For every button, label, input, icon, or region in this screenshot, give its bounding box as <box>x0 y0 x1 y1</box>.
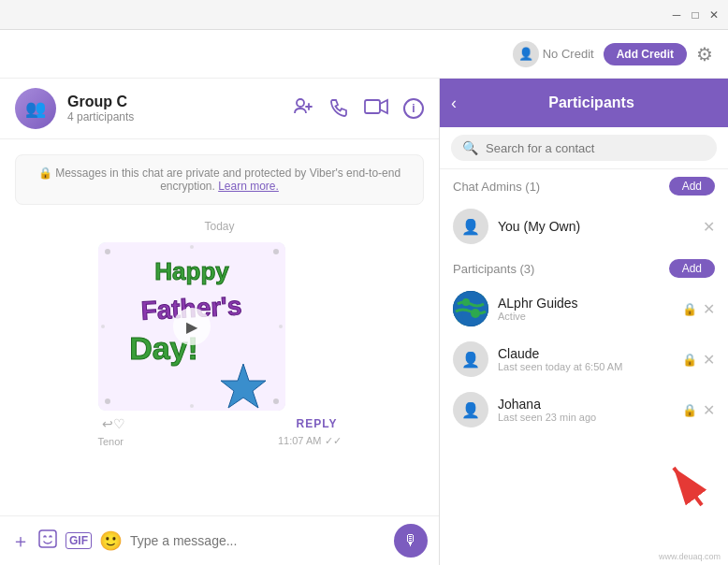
svg-point-9 <box>279 325 283 328</box>
mic-button[interactable]: 🎙 <box>394 524 428 558</box>
participant-avatar-claude: 👤 <box>453 341 488 377</box>
voice-call-button[interactable] <box>328 96 349 122</box>
credit-section: 👤 No Credit <box>513 41 594 67</box>
title-bar: ─ □ ✕ <box>0 0 728 30</box>
participants-title: Participants <box>466 94 717 111</box>
participant-info-alphr: ALphr Guides Active <box>498 296 673 322</box>
add-user-button[interactable] <box>293 96 313 122</box>
chat-admins-section-header: Chat Admins (1) Add <box>440 169 728 201</box>
participant-info-you: You (My Own) <box>498 219 693 234</box>
svg-point-7 <box>190 245 194 249</box>
share-button[interactable]: ↩ <box>102 416 113 431</box>
remove-claude-button[interactable]: ✕ <box>703 351 715 369</box>
svg-text:Happy: Happy <box>154 257 229 285</box>
lock-icon-alphr: 🔒 <box>682 302 697 316</box>
participant-info-johana: Johana Last seen 23 min ago <box>498 397 673 423</box>
remove-you-button[interactable]: ✕ <box>703 218 715 236</box>
chat-header: 👥 Group C 4 participants <box>0 79 439 139</box>
learn-more-link[interactable]: Learn more. <box>218 180 279 193</box>
emoji-button[interactable]: 🙂 <box>99 529 123 552</box>
sticker-image: Happy Father's Day! ▶ <box>98 242 285 411</box>
add-credit-button[interactable]: Add Credit <box>604 43 687 65</box>
sticker-message: Happy Father's Day! ▶ ↩ ♡ <box>98 242 342 447</box>
back-button[interactable]: ‹ <box>451 94 457 113</box>
participant-name-claude: Claude <box>498 346 673 361</box>
close-button[interactable]: ✕ <box>707 8 721 22</box>
settings-button[interactable]: ⚙ <box>696 43 713 65</box>
participants-label: Participants (3) <box>453 262 534 276</box>
delivered-icon: ✓✓ <box>325 435 342 446</box>
gif-button[interactable]: GIF <box>66 532 92 549</box>
arrow-svg <box>655 449 721 514</box>
participant-item-claude: 👤 Claude Last seen today at 6:50 AM 🔒 ✕ <box>440 334 728 384</box>
video-call-button[interactable] <box>364 98 388 120</box>
message-input[interactable] <box>130 528 386 554</box>
participant-status-claude: Last seen today at 6:50 AM <box>498 361 673 372</box>
chat-participants-count: 4 participants <box>67 110 282 123</box>
like-button[interactable]: ♡ <box>113 416 125 431</box>
chat-header-actions: i <box>293 96 424 122</box>
sticker-source: Tenor <box>98 436 124 447</box>
chat-panel: 👥 Group C 4 participants <box>0 79 440 565</box>
svg-point-3 <box>105 249 110 254</box>
add-participant-button[interactable]: Add <box>669 259 715 278</box>
watermark: www.deuaq.com <box>659 552 721 561</box>
minimize-button[interactable]: ─ <box>670 8 683 22</box>
chat-input-bar: ＋ GIF 🙂 🎙 <box>0 515 439 565</box>
svg-rect-1 <box>365 100 380 113</box>
remove-johana-button[interactable]: ✕ <box>703 401 715 419</box>
participant-item-alphr: ALphr Guides Active 🔒 ✕ <box>440 283 728 334</box>
participant-name-johana: Johana <box>498 397 673 412</box>
search-input[interactable] <box>486 141 706 155</box>
group-avatar: 👥 <box>15 88 56 129</box>
participant-status-johana: Last seen 23 min ago <box>498 412 673 423</box>
participants-section-header: Participants (3) Add <box>440 252 728 283</box>
chat-info-button[interactable]: i <box>403 98 424 119</box>
maximize-button[interactable]: □ <box>689 8 702 22</box>
chat-messages: 🔒 Messages in this chat are private and … <box>0 139 439 515</box>
main-layout: 👥 Group C 4 participants <box>0 79 728 565</box>
chat-name: Group C <box>67 94 282 110</box>
participant-avatar-johana: 👤 <box>453 392 488 427</box>
participant-actions-johana: 🔒 ✕ <box>682 401 715 419</box>
svg-point-0 <box>297 99 304 107</box>
svg-point-5 <box>105 398 110 404</box>
participant-name-you: You (My Own) <box>498 219 693 234</box>
encryption-notice: 🔒 Messages in this chat are private and … <box>15 154 424 205</box>
participant-status-alphr: Active <box>498 311 673 322</box>
participant-actions-you: ✕ <box>703 218 715 236</box>
add-admin-button[interactable]: Add <box>669 177 715 196</box>
add-attachment-button[interactable]: ＋ <box>11 529 30 554</box>
participant-item-johana: 👤 Johana Last seen 23 min ago 🔒 ✕ <box>440 384 728 435</box>
participant-avatar-you: 👤 <box>453 209 488 244</box>
chat-admins-label: Chat Admins (1) <box>453 180 540 194</box>
participants-header: ‹ Participants <box>440 79 728 127</box>
svg-point-10 <box>190 404 194 408</box>
message-footer: Tenor 11:07 AM ✓✓ <box>98 435 342 447</box>
svg-point-18 <box>462 298 470 306</box>
play-button[interactable]: ▶ <box>173 308 211 345</box>
message-container: Happy Father's Day! ▶ ↩ ♡ <box>15 242 424 447</box>
svg-point-4 <box>273 249 279 254</box>
participant-actions-alphr: 🔒 ✕ <box>682 300 715 318</box>
window-controls: ─ □ ✕ <box>670 8 721 22</box>
app-header: 👤 No Credit Add Credit ⚙ <box>0 30 728 79</box>
participant-avatar-alphr <box>453 291 488 326</box>
participants-panel: ‹ Participants 🔍 Chat Admins (1) Add 👤 Y… <box>440 79 728 565</box>
remove-alphr-button[interactable]: ✕ <box>703 300 715 318</box>
search-icon: 🔍 <box>462 140 478 155</box>
svg-point-6 <box>273 398 279 404</box>
lock-icon: 🔒 <box>38 167 55 180</box>
message-time: 11:07 AM ✓✓ <box>278 435 342 447</box>
earth-avatar <box>453 291 488 326</box>
participant-name-alphr: ALphr Guides <box>498 296 673 311</box>
user-avatar-header: 👤 <box>513 41 539 67</box>
lock-icon-johana: 🔒 <box>682 403 697 417</box>
lock-icon-claude: 🔒 <box>682 353 697 367</box>
no-credit-label: No Credit <box>543 47 594 61</box>
date-divider: Today <box>15 220 424 233</box>
sticker-button[interactable] <box>37 529 58 554</box>
reply-button[interactable]: REPLY <box>297 417 338 430</box>
chat-info: Group C 4 participants <box>67 94 282 123</box>
participant-item-you: 👤 You (My Own) ✕ <box>440 201 728 252</box>
